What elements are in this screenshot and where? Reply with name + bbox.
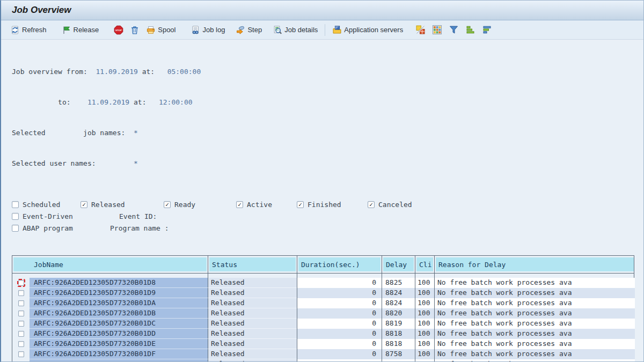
release-button[interactable]: Release — [59, 24, 102, 36]
duration-cell[interactable]: 0 — [297, 339, 382, 349]
abap-program-checkbox[interactable] — [12, 225, 19, 232]
cli-cell[interactable]: 100 — [415, 298, 434, 308]
delay-cell[interactable]: 8820 — [382, 308, 415, 319]
reason-cell[interactable]: No free batch work processes ava — [434, 359, 635, 362]
status-cell[interactable]: Released — [208, 329, 297, 339]
filter-button[interactable] — [448, 24, 460, 36]
job-name-cell[interactable]: ARFC:926A2DED12305D77320B01DE — [30, 339, 208, 349]
row-select-checkbox[interactable] — [18, 321, 24, 327]
cli-cell[interactable]: 100 — [415, 359, 434, 362]
delay-cell[interactable]: 8819 — [382, 319, 415, 329]
reason-cell[interactable]: No free batch work processes ava — [434, 278, 635, 288]
reason-cell[interactable]: No free batch work processes ava — [434, 319, 635, 329]
finished-checkbox[interactable] — [297, 201, 304, 208]
reason-cell[interactable]: No free batch work processes ava — [434, 298, 635, 308]
job-log-button[interactable]: Job log — [188, 24, 228, 36]
row-select-cell[interactable] — [12, 308, 30, 319]
status-cell[interactable]: Released — [208, 349, 297, 359]
delay-cell[interactable]: 8757 — [382, 359, 415, 362]
job-name-cell[interactable]: ARFC:926A2DED12305D77320B01DF — [30, 349, 208, 359]
job-name-cell[interactable]: ARFC:926A2DED12305D77320B01DB — [30, 308, 208, 319]
duration-cell[interactable]: 0 — [297, 329, 382, 339]
row-select-checkbox[interactable] — [18, 311, 24, 316]
row-select-cell[interactable] — [12, 359, 30, 362]
scheduled-checkbox[interactable] — [12, 201, 19, 208]
row-select-cell[interactable] — [12, 278, 30, 288]
spool-button[interactable]: Spool — [143, 24, 178, 36]
refresh-button[interactable]: Refresh — [8, 24, 49, 36]
reason-cell[interactable]: No free batch work processes ava — [434, 308, 635, 319]
row-select-cell[interactable] — [12, 319, 30, 329]
cli-cell[interactable]: 100 — [415, 329, 434, 339]
column-header-duration[interactable]: Duration(sec.) — [297, 256, 382, 273]
column-header-jobname[interactable]: JobName — [12, 256, 208, 273]
duration-cell[interactable]: 0 — [297, 298, 382, 308]
row-select-cell[interactable] — [12, 288, 30, 298]
delete-job-button[interactable] — [127, 24, 142, 36]
duration-cell[interactable]: 0 — [297, 349, 382, 359]
step-button[interactable]: Step — [233, 24, 265, 36]
row-select-checkbox[interactable] — [18, 341, 24, 347]
duration-cell[interactable]: 0 — [297, 278, 382, 288]
cli-cell[interactable]: 100 — [415, 308, 434, 319]
row-select-cell[interactable] — [12, 298, 30, 308]
duration-cell[interactable]: 0 — [297, 359, 382, 362]
row-select-checkbox[interactable] — [18, 351, 24, 357]
column-header-status[interactable]: Status — [208, 256, 297, 273]
ready-checkbox[interactable] — [164, 201, 171, 208]
released-checkbox[interactable] — [80, 201, 87, 208]
duration-cell[interactable]: 0 — [297, 308, 382, 319]
cli-cell[interactable]: 100 — [415, 349, 434, 359]
status-cell[interactable]: Released — [208, 278, 297, 288]
row-select-cell[interactable] — [12, 349, 30, 359]
cli-cell[interactable]: 100 — [415, 319, 434, 329]
row-select-checkbox[interactable] — [18, 290, 24, 296]
column-header-reason[interactable]: Reason for Delay — [434, 256, 635, 273]
cli-cell[interactable]: 100 — [415, 278, 434, 288]
reason-cell[interactable]: No free batch work processes ava — [434, 339, 635, 349]
duration-cell[interactable]: 0 — [297, 288, 382, 298]
sort-ascending-button[interactable] — [464, 24, 477, 36]
cli-cell[interactable]: 100 — [415, 288, 434, 298]
reason-cell[interactable]: No free batch work processes ava — [434, 329, 635, 339]
job-name-cell[interactable]: ARFC:926A2DED12305D77320B01DA — [30, 298, 208, 308]
delay-cell[interactable]: 8818 — [382, 329, 415, 339]
delay-cell[interactable]: 8824 — [382, 298, 415, 308]
row-select-cell[interactable] — [12, 329, 30, 339]
status-cell[interactable]: Released — [208, 288, 297, 298]
row-select-checkbox[interactable] — [18, 300, 24, 306]
delay-cell[interactable]: 8824 — [382, 288, 415, 298]
row-select-cell[interactable] — [12, 339, 30, 349]
select-columns-button[interactable] — [414, 24, 427, 36]
status-cell[interactable]: Released — [208, 319, 297, 329]
delay-cell[interactable]: 8825 — [382, 278, 415, 288]
layout-grid-button[interactable] — [431, 24, 443, 36]
application-servers-button[interactable]: Application servers — [330, 24, 406, 36]
stop-job-button[interactable]: STOP — [111, 24, 126, 36]
event-driven-checkbox[interactable] — [12, 213, 19, 220]
job-name-cell[interactable]: ARFC:926A2DED12305D77320B01D8 — [30, 278, 208, 288]
canceled-checkbox[interactable] — [368, 201, 375, 208]
job-name-cell[interactable]: ARFC:926A2DED12305D77320B01D9 — [30, 288, 208, 298]
delay-cell[interactable]: 8818 — [382, 339, 415, 349]
column-header-cli[interactable]: Cli — [415, 256, 434, 273]
delay-cell[interactable]: 8758 — [382, 349, 415, 359]
job-details-button[interactable]: Job details — [270, 24, 320, 36]
status-cell[interactable]: Released — [208, 339, 297, 349]
filter-event-driven: Event-Driven — [12, 212, 119, 220]
status-cell[interactable]: Released — [208, 359, 297, 362]
sort-descending-button[interactable] — [481, 24, 493, 36]
status-cell[interactable]: Released — [208, 298, 297, 308]
job-name-cell[interactable]: ARFC:926A2DED12305D77320B01DC — [30, 319, 208, 329]
job-name-cell[interactable]: ARFC:926A2DED12305D77320B01E0 — [30, 359, 208, 362]
reason-cell[interactable]: No free batch work processes ava — [434, 288, 635, 298]
row-select-checkbox[interactable] — [18, 331, 24, 337]
duration-cell[interactable]: 0 — [297, 319, 382, 329]
row-select-checkbox[interactable] — [18, 280, 24, 286]
job-name-cell[interactable]: ARFC:926A2DED12305D77320B01DD — [30, 329, 208, 339]
status-cell[interactable]: Released — [208, 308, 297, 319]
cli-cell[interactable]: 100 — [415, 339, 434, 349]
reason-cell[interactable]: No free batch work processes ava — [434, 349, 635, 359]
column-header-delay[interactable]: Delay — [382, 256, 415, 273]
active-checkbox[interactable] — [236, 201, 243, 208]
